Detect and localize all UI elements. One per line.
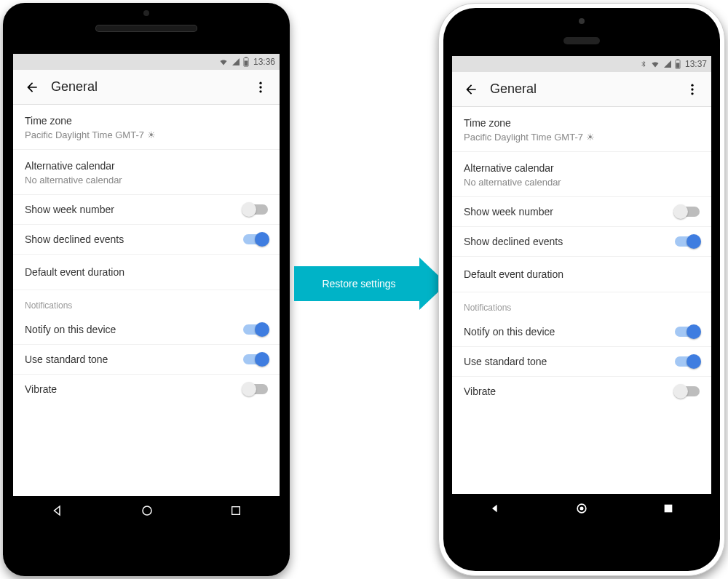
setting-title: Show declined events xyxy=(25,233,243,245)
earpiece xyxy=(95,25,197,32)
setting-title: Default event duration xyxy=(25,266,268,278)
nav-recent-icon[interactable] xyxy=(230,505,242,516)
setting-week-number[interactable]: Show week number xyxy=(452,197,711,227)
setting-week-number[interactable]: Show week number xyxy=(13,195,280,225)
setting-title: Alternative calendar xyxy=(464,162,700,174)
overflow-menu-button[interactable] xyxy=(679,76,705,103)
toggle-declined-events[interactable] xyxy=(675,236,700,247)
front-camera xyxy=(143,10,149,16)
setting-standard-tone[interactable]: Use standard tone xyxy=(452,347,711,377)
cell-signal-icon xyxy=(663,60,672,68)
section-header-notifications: Notifications xyxy=(13,290,280,315)
battery-icon xyxy=(675,59,681,69)
setting-value: Pacific Daylight Time GMT-7 ☀ xyxy=(25,129,268,140)
back-button[interactable] xyxy=(458,76,484,103)
svg-rect-2 xyxy=(245,60,248,65)
toggle-vibrate[interactable] xyxy=(243,384,268,394)
front-camera xyxy=(579,18,585,24)
svg-rect-9 xyxy=(676,59,678,60)
svg-point-12 xyxy=(691,88,693,90)
status-clock: 13:36 xyxy=(253,57,275,67)
setting-alt-calendar[interactable]: Alternative calendar No alternative cale… xyxy=(452,152,711,197)
toggle-week-number[interactable] xyxy=(243,204,268,215)
setting-title: Time zone xyxy=(464,117,700,129)
toggle-standard-tone[interactable] xyxy=(243,354,268,364)
nav-home-icon[interactable] xyxy=(574,501,589,516)
earpiece xyxy=(563,37,600,44)
restore-arrow: Restore settings xyxy=(294,262,447,306)
phone-target: 13:37 General Time zone Pacific Daylight… xyxy=(438,3,725,576)
page-title: General xyxy=(45,79,248,95)
nav-back-icon[interactable] xyxy=(51,504,64,517)
setting-notify-device[interactable]: Notify on this device xyxy=(452,317,711,347)
setting-title: Vibrate xyxy=(25,383,243,395)
screen-source: 13:36 General Time zone Pacific Daylight… xyxy=(13,54,280,525)
setting-title: Notify on this device xyxy=(464,326,675,338)
setting-value: Pacific Daylight Time GMT-7 ☀ xyxy=(464,132,700,143)
page-title: General xyxy=(484,81,679,97)
setting-title: Notify on this device xyxy=(25,324,243,335)
setting-title: Time zone xyxy=(25,115,268,127)
toggle-standard-tone[interactable] xyxy=(675,356,700,367)
bluetooth-icon xyxy=(640,59,647,69)
wifi-icon xyxy=(218,57,229,66)
toggle-notify-device[interactable] xyxy=(675,327,700,337)
setting-title: Show declined events xyxy=(464,236,675,247)
svg-point-15 xyxy=(579,507,583,511)
android-nav-bar xyxy=(452,494,711,523)
setting-default-duration[interactable]: Default event duration xyxy=(13,255,280,290)
status-bar: 13:37 xyxy=(452,56,711,72)
status-bar: 13:36 xyxy=(13,54,280,70)
svg-point-13 xyxy=(691,92,693,95)
setting-title: Use standard tone xyxy=(25,354,243,365)
toggle-notify-device[interactable] xyxy=(243,324,268,335)
setting-timezone[interactable]: Time zone Pacific Daylight Time GMT-7 ☀ xyxy=(13,105,280,150)
nav-recent-icon[interactable] xyxy=(662,503,674,514)
cell-signal-icon xyxy=(232,57,240,66)
svg-point-4 xyxy=(259,86,261,88)
svg-rect-10 xyxy=(676,63,680,68)
setting-value: No alternative calendar xyxy=(464,177,700,188)
setting-standard-tone[interactable]: Use standard tone xyxy=(13,345,280,375)
settings-list: Time zone Pacific Daylight Time GMT-7 ☀ … xyxy=(13,105,280,404)
android-nav-bar xyxy=(13,496,280,525)
nav-back-icon[interactable] xyxy=(489,503,501,514)
setting-title: Alternative calendar xyxy=(25,160,268,172)
setting-default-duration[interactable]: Default event duration xyxy=(452,257,711,292)
restore-arrow-label: Restore settings xyxy=(294,266,419,301)
setting-notify-device[interactable]: Notify on this device xyxy=(13,315,280,345)
section-header-notifications: Notifications xyxy=(452,292,711,317)
setting-vibrate[interactable]: Vibrate xyxy=(13,375,280,404)
toggle-vibrate[interactable] xyxy=(675,386,700,396)
svg-point-11 xyxy=(691,84,693,86)
toggle-declined-events[interactable] xyxy=(243,234,268,244)
svg-rect-1 xyxy=(245,57,247,58)
toggle-week-number[interactable] xyxy=(675,207,700,217)
setting-vibrate[interactable]: Vibrate xyxy=(452,377,711,406)
wifi-icon xyxy=(650,60,660,68)
svg-point-6 xyxy=(143,506,151,515)
settings-list: Time zone Pacific Daylight Time GMT-7 ☀ … xyxy=(452,107,711,406)
svg-point-3 xyxy=(259,81,261,84)
svg-point-5 xyxy=(259,90,261,92)
phone-source: 13:36 General Time zone Pacific Daylight… xyxy=(3,3,290,576)
screen-target: 13:37 General Time zone Pacific Daylight… xyxy=(452,56,711,523)
setting-title: Vibrate xyxy=(464,386,675,397)
setting-value: No alternative calendar xyxy=(25,175,268,185)
svg-rect-7 xyxy=(232,507,240,515)
back-button[interactable] xyxy=(19,74,45,100)
nav-home-icon[interactable] xyxy=(141,504,154,517)
setting-title: Show week number xyxy=(25,204,243,215)
setting-declined-events[interactable]: Show declined events xyxy=(452,227,711,257)
app-bar: General xyxy=(452,72,711,107)
app-bar: General xyxy=(13,70,280,105)
setting-title: Default event duration xyxy=(464,268,700,280)
battery-icon xyxy=(243,57,249,67)
setting-alt-calendar[interactable]: Alternative calendar No alternative cale… xyxy=(13,150,280,195)
overflow-menu-button[interactable] xyxy=(248,74,274,100)
setting-timezone[interactable]: Time zone Pacific Daylight Time GMT-7 ☀ xyxy=(452,107,711,152)
setting-title: Show week number xyxy=(464,206,675,217)
setting-declined-events[interactable]: Show declined events xyxy=(13,225,280,255)
status-clock: 13:37 xyxy=(685,59,707,69)
setting-title: Use standard tone xyxy=(464,356,675,367)
